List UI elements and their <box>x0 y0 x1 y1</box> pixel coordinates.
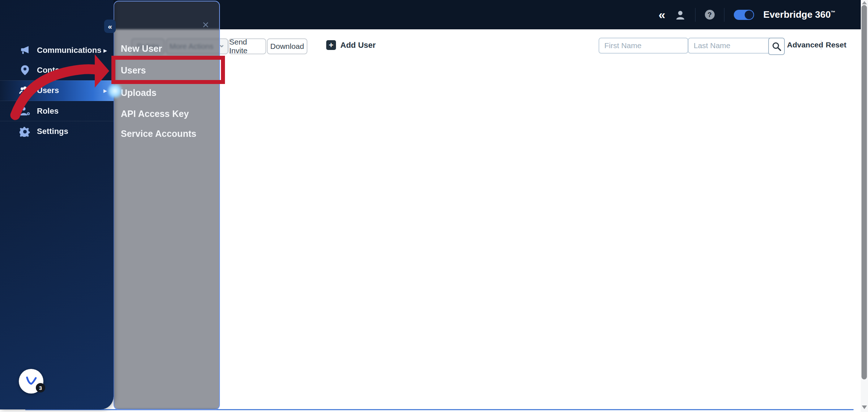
annotation-highlight-box <box>111 56 225 84</box>
download-button[interactable]: Download <box>267 38 307 54</box>
sidebar-item-communications[interactable]: Communications▸ <box>0 40 114 60</box>
users-group-icon <box>19 86 31 95</box>
topbar-actions: « ? Everbridge 360™ <box>659 0 835 29</box>
reset-link[interactable]: Reset <box>826 41 846 49</box>
chevron-right-icon: ▸ <box>103 86 107 95</box>
advanced-link[interactable]: Advanced <box>787 41 823 49</box>
close-icon[interactable]: × <box>202 19 209 30</box>
sidebar-item-roles[interactable]: Roles <box>0 101 114 121</box>
plus-icon: + <box>326 40 336 50</box>
active-nav-glow <box>107 83 123 99</box>
sidebar-item-label: Settings <box>37 127 68 136</box>
sidebar-item-label: Contacts + Assets <box>37 66 106 75</box>
divider <box>0 80 114 81</box>
add-user-button[interactable]: + Add User <box>326 40 376 50</box>
send-invite-button[interactable]: Send Invite <box>229 38 266 54</box>
gear-icon <box>19 126 31 137</box>
divider <box>0 121 114 121</box>
scroll-down-icon[interactable] <box>862 405 867 409</box>
sidebar-item-label: Users <box>37 86 59 95</box>
search-icon <box>772 42 781 51</box>
person-gear-icon <box>19 106 31 116</box>
search-button[interactable] <box>768 38 785 55</box>
last-name-search-input[interactable] <box>688 38 778 54</box>
collapse-panel-icon[interactable]: « <box>659 8 665 22</box>
sidebar-collapse-button[interactable]: « <box>104 20 116 33</box>
divider <box>821 40 821 50</box>
sidebar-item-label: Communications <box>37 46 101 55</box>
everbridge360-toggle[interactable] <box>734 10 754 20</box>
flyout-item-new-user[interactable]: New User <box>121 43 162 54</box>
divider <box>0 101 114 101</box>
flyout-item-service-accounts[interactable]: Service Accounts <box>121 129 196 139</box>
everbridge360-label: Everbridge 360™ <box>763 9 835 20</box>
scrollbar-thumb[interactable] <box>861 5 867 379</box>
sidebar-nav: Communications▸Contacts + Assets▸Users▸R… <box>0 0 114 409</box>
sidebar-item-settings[interactable]: Settings <box>0 121 114 142</box>
flyout-item-uploads[interactable]: Uploads <box>121 88 157 98</box>
divider <box>724 8 724 22</box>
flyout-item-api-access-key[interactable]: API Access Key <box>121 109 189 119</box>
sidebar-item-contacts-assets[interactable]: Contacts + Assets▸ <box>0 60 114 80</box>
chevron-right-icon: ▸ <box>103 46 107 55</box>
main-content-area: Delete More Actions ⌄ Send Invite Downlo… <box>114 29 861 412</box>
scrollbar[interactable] <box>861 0 868 412</box>
user-profile-icon[interactable] <box>675 9 686 20</box>
everbridge-bird-icon <box>25 375 38 387</box>
chevron-right-icon: ▸ <box>103 66 107 75</box>
notification-badge: 3 <box>36 383 45 392</box>
divider <box>695 8 695 22</box>
sidebar-item-label: Roles <box>37 106 59 116</box>
scroll-up-icon[interactable] <box>862 1 867 4</box>
sidebar-item-users[interactable]: Users▸ <box>0 80 114 101</box>
first-name-search-input[interactable] <box>599 38 688 54</box>
help-icon[interactable]: ? <box>705 10 715 20</box>
location-pin-icon <box>19 65 31 76</box>
everbridge-app-window: Delete More Actions ⌄ Send Invite Downlo… <box>0 0 868 412</box>
megaphone-icon <box>19 45 31 56</box>
add-user-label: Add User <box>340 41 376 50</box>
